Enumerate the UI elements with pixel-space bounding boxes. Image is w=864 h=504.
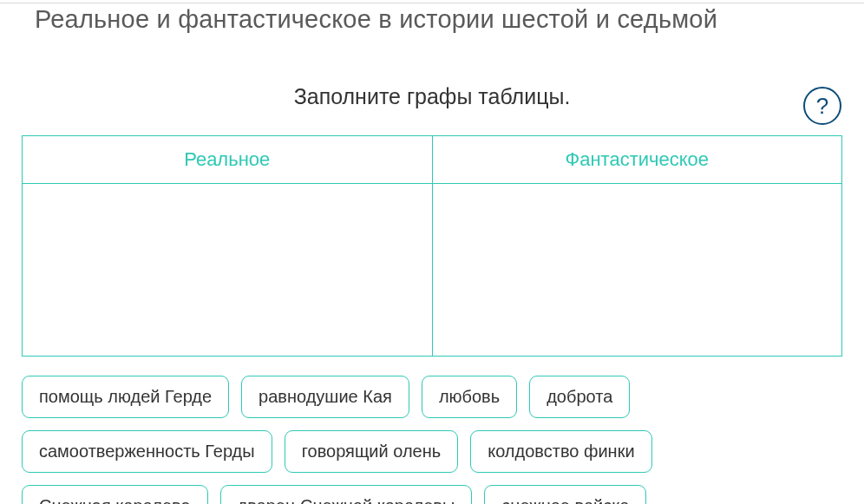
page-title: Реальное и фантастическое в истории шест… — [35, 5, 842, 34]
chip-item[interactable]: дворец Снежной королевы — [220, 485, 473, 504]
chip-item[interactable]: говорящий олень — [285, 430, 459, 473]
drop-zone-fantastic[interactable] — [433, 184, 842, 356]
instruction-text: Заполните графы таблицы. — [22, 84, 842, 109]
table-header-row: Реальное Фантастическое — [23, 136, 841, 184]
chip-item[interactable]: равнодушие Кая — [241, 376, 409, 418]
chip-item[interactable]: любовь — [422, 376, 517, 418]
help-icon: ? — [816, 93, 828, 120]
chip-item[interactable]: снежное войско — [484, 485, 646, 504]
main-container: Реальное и фантастическое в истории шест… — [0, 5, 864, 504]
table-header-fantastic: Фантастическое — [433, 136, 842, 184]
chip-item[interactable]: колдовство финки — [470, 430, 651, 473]
classification-table: Реальное Фантастическое — [22, 135, 842, 357]
chip-item[interactable]: самоотверженность Герды — [22, 430, 272, 473]
top-divider — [0, 3, 864, 3]
chip-item[interactable]: доброта — [529, 376, 630, 418]
drop-zone-real[interactable] — [23, 184, 433, 356]
chip-item[interactable]: помощь людей Герде — [22, 376, 229, 418]
chip-item[interactable]: Снежная королева — [22, 485, 208, 504]
table-header-real: Реальное — [23, 136, 433, 184]
table-body-row — [23, 184, 841, 356]
help-button[interactable]: ? — [803, 87, 841, 125]
chips-pool: помощь людей Герде равнодушие Кая любовь… — [22, 376, 842, 504]
